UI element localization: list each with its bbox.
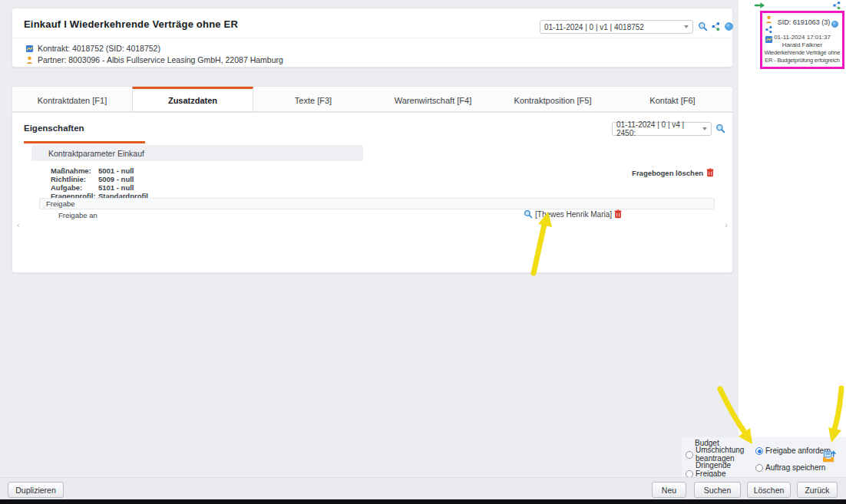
freigabe-group-header[interactable]: Freigabe [39, 198, 715, 209]
parameter-fields: Maßnahme:5001 - null Richtlinie:5009 - n… [51, 166, 148, 200]
field-richtlinie: Richtlinie:5009 - null [51, 175, 148, 183]
freigabe-header-label: Freigabe [46, 199, 75, 208]
field-aufgabe: Aufgabe:5101 - null [51, 183, 148, 192]
trash-icon[interactable] [614, 209, 622, 219]
field-label: Aufgabe: [51, 183, 98, 192]
radio-label: Auftrag speichern [765, 464, 825, 473]
suchen-button[interactable]: Suchen [694, 482, 741, 498]
notification-icons [765, 15, 773, 44]
chevron-down-icon [684, 25, 689, 28]
tab-texte[interactable]: Texte [F3] [253, 87, 373, 111]
loeschen-button[interactable]: Löschen [747, 482, 791, 498]
fragebogen-loeschen-button[interactable]: Fragebogen löschen [632, 168, 714, 177]
partner-text: Partner: 8003096 - Albis Fullservice Lea… [38, 55, 283, 64]
field-value: 5001 - null [98, 166, 134, 175]
footer-bar: Duplizieren Neu Suchen Löschen Zurück [0, 477, 846, 499]
notification-timestamp: 01-11-2024 17:01:37 [764, 34, 841, 41]
tab-warenwirtschaft[interactable]: Warenwirtschaft [F4] [373, 87, 493, 111]
zurueck-button[interactable]: Zurück [797, 482, 838, 498]
properties-version-value: 01-11-2024 | 0 | v4 | 2450: [616, 120, 698, 137]
budget-panel: Budget Umschichtung beantragen Freigabe … [682, 437, 846, 477]
radio-icon-checked[interactable] [755, 447, 763, 455]
page-title: Einkauf I Wiederkehrende Verträge ohne E… [24, 18, 238, 30]
person-icon [765, 15, 773, 24]
freigabe-an-value: [Thewes Henrik Maria] [535, 210, 612, 219]
trash-icon[interactable] [706, 168, 714, 177]
param-tab-row: Kontraktparameter Einkauf [31, 145, 715, 161]
notification-user: Harald Falkner [764, 41, 841, 48]
share-icon[interactable] [832, 1, 841, 10]
radio-auftrag-speichern[interactable]: Auftrag speichern [755, 464, 825, 473]
kontrakt-text: Kontrakt: 4018752 (SID: 4018752) [38, 44, 160, 53]
tab-label: Kontraktdaten [F1] [38, 96, 107, 105]
notification-sid: SID: 6191063 (3) [776, 18, 831, 26]
green-arrow-icon[interactable] [754, 2, 765, 9]
bottom-black-bar [0, 499, 846, 504]
search-icon[interactable] [698, 21, 708, 31]
radio-freigabe-anfordern[interactable]: Freigabe anfordern [755, 447, 831, 456]
version-dropdown[interactable]: 01-11-2024 | 0 | v1 | 4018752 [540, 20, 693, 34]
globe-icon[interactable] [724, 21, 734, 31]
share-icon[interactable] [711, 21, 721, 31]
notification-card[interactable]: SID: 6191063 (3) 01-11-2024 17:01:37 Har… [760, 11, 844, 69]
radio-label: Umschichtung beantragen [696, 446, 756, 463]
radio-icon[interactable] [755, 464, 763, 472]
tab-kontakt[interactable]: Kontakt [F6] [613, 87, 732, 111]
duplizieren-button[interactable]: Duplizieren [8, 482, 64, 498]
tab-zusatzdaten[interactable]: Zusatzdaten [132, 87, 253, 111]
contract-icon [25, 44, 34, 53]
field-value: 5009 - null [98, 175, 134, 183]
subtab-kontraktparameter[interactable]: Kontraktparameter Einkauf [31, 145, 363, 161]
header-panel: Einkauf I Wiederkehrende Verträge ohne E… [12, 8, 733, 68]
tab-label: Warenwirtschaft [F4] [395, 96, 471, 105]
tab-bar: Kontraktdaten [F1] Zusatzdaten Texte [F3… [12, 86, 733, 112]
notification-message: Wiederkehrende Verträge ohne ER - Budget… [764, 49, 841, 64]
scroll-right-icon[interactable]: › [725, 220, 728, 229]
partner-line: Partner: 8003096 - Albis Fullservice Lea… [25, 55, 283, 64]
neu-button[interactable]: Neu [652, 482, 686, 498]
app-window: Einkauf I Wiederkehrende Verträge ohne E… [0, 0, 846, 504]
field-label: Richtlinie: [51, 175, 98, 183]
properties-version-dropdown[interactable]: 01-11-2024 | 0 | v4 | 2450: [612, 122, 712, 136]
kontrakt-line: Kontrakt: 4018752 (SID: 4018752) [25, 44, 160, 53]
version-dropdown-value: 01-11-2024 | 0 | v1 | 4018752 [544, 23, 644, 31]
field-label: Maßnahme: [51, 166, 98, 175]
subtab-eigenschaften[interactable]: Eigenschaften [24, 124, 84, 133]
scroll-left-icon[interactable]: ‹ [17, 220, 20, 229]
chevron-down-icon [702, 127, 707, 130]
share-icon [765, 25, 773, 34]
divider [12, 38, 732, 38]
tab-label: Texte [F3] [295, 96, 332, 105]
freigabe-an-value-row: [Thewes Henrik Maria] [524, 209, 622, 219]
content-panel: Eigenschaften 01-11-2024 | 0 | v4 | 2450… [12, 112, 733, 273]
contract-icon [765, 35, 773, 44]
right-sidebar [739, 0, 846, 504]
field-value: 5101 - null [98, 183, 134, 192]
active-subtab-underline [24, 141, 145, 143]
person-icon [25, 56, 34, 64]
field-massnahme: Maßnahme:5001 - null [51, 166, 148, 175]
globe-icon[interactable] [831, 20, 839, 28]
send-icon[interactable] [821, 450, 836, 463]
radio-icon[interactable] [686, 451, 693, 459]
radio-umschichtung-beantragen[interactable]: Umschichtung beantragen [686, 446, 756, 463]
fragebogen-loeschen-label: Fragebogen löschen [632, 169, 703, 177]
tab-kontraktposition[interactable]: Kontraktposition [F5] [493, 87, 613, 111]
freigabe-an-label: Freigabe an [58, 211, 97, 219]
tab-label: Zusatzdaten [168, 96, 217, 105]
search-icon[interactable] [715, 124, 725, 133]
tab-kontraktdaten[interactable]: Kontraktdaten [F1] [12, 87, 132, 111]
search-icon[interactable] [524, 209, 533, 219]
tab-label: Kontakt [F6] [649, 96, 695, 105]
tab-label: Kontraktposition [F5] [514, 96, 592, 105]
